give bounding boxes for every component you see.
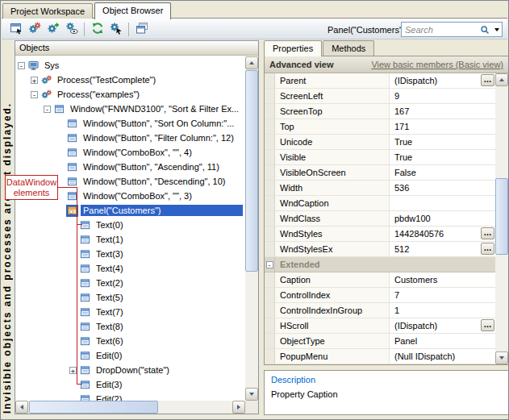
tree-horizontal-scrollbar[interactable] bbox=[15, 401, 245, 414]
tree-item[interactable]: Text(3) bbox=[15, 247, 245, 261]
properties-vertical-scrollbar[interactable] bbox=[495, 73, 508, 364]
add-object-button[interactable] bbox=[44, 21, 62, 38]
window-icon bbox=[79, 379, 91, 391]
search-box[interactable] bbox=[401, 22, 503, 37]
ellipsis-button[interactable]: … bbox=[481, 319, 494, 331]
expander-icon[interactable]: - bbox=[31, 91, 38, 98]
tree-item[interactable]: Window("Button", "Filter Column:", 12) bbox=[15, 131, 245, 145]
show-object-button[interactable] bbox=[6, 21, 25, 38]
property-row[interactable]: ControlIndex 7 bbox=[265, 288, 495, 303]
tree-item[interactable]: Text(2) bbox=[15, 276, 245, 290]
property-value[interactable]: True bbox=[390, 135, 495, 149]
property-value[interactable] bbox=[390, 196, 495, 210]
property-row[interactable]: Width 536 bbox=[265, 181, 495, 196]
props-scroll-down-button[interactable] bbox=[495, 351, 508, 364]
property-value[interactable]: Panel bbox=[390, 334, 495, 348]
tab-object-browser[interactable]: Object Browser bbox=[94, 2, 171, 19]
property-value[interactable]: (IDispatch) … bbox=[390, 73, 495, 88]
scroll-down-button[interactable] bbox=[245, 388, 258, 401]
props-scroll-up-button[interactable] bbox=[495, 73, 508, 86]
property-row[interactable]: Top 171 bbox=[265, 119, 495, 135]
tree-item[interactable]: Panel("Customers") bbox=[15, 203, 245, 218]
tree-item[interactable]: - Sys bbox=[15, 58, 245, 73]
property-value[interactable]: (IDispatch) … bbox=[390, 318, 495, 333]
property-value[interactable]: 9 bbox=[390, 89, 495, 103]
tree-item[interactable]: Text(1) bbox=[15, 232, 245, 247]
property-row[interactable]: WndStyles 1442840576 … bbox=[265, 227, 495, 242]
property-value[interactable]: 1442840576 … bbox=[390, 227, 495, 241]
expander-icon[interactable]: + bbox=[69, 367, 77, 374]
property-row-gutter bbox=[265, 211, 275, 226]
view-options-button[interactable] bbox=[62, 21, 81, 38]
expander-icon[interactable]: - bbox=[44, 106, 51, 113]
property-value[interactable]: pbdw100 bbox=[390, 211, 495, 226]
tree-item[interactable]: Edit(3) bbox=[15, 377, 245, 392]
tree-item[interactable]: Edit(2) bbox=[15, 392, 245, 401]
property-value[interactable]: (Null IDispatch) bbox=[390, 349, 495, 364]
tree-item[interactable]: - Process("examples") bbox=[15, 87, 245, 102]
tree-vertical-scrollbar[interactable] bbox=[245, 56, 258, 401]
select-object-button[interactable] bbox=[106, 21, 125, 38]
property-row[interactable]: WndClass pbdw100 bbox=[265, 211, 495, 227]
property-value[interactable]: 7 bbox=[390, 288, 495, 302]
expander-icon[interactable]: - bbox=[18, 62, 25, 69]
property-row[interactable]: WndCaption bbox=[265, 196, 495, 211]
tree-item[interactable]: Text(8) bbox=[15, 319, 245, 334]
property-row[interactable]: ScreenLeft 9 bbox=[265, 89, 495, 104]
tree-item[interactable]: Text(4) bbox=[15, 261, 245, 276]
property-value[interactable]: 171 bbox=[390, 119, 495, 134]
property-row[interactable]: PopupMenu (Null IDispatch) bbox=[265, 349, 495, 364]
process-icon bbox=[40, 74, 52, 86]
tab-methods[interactable]: Methods bbox=[323, 40, 374, 56]
scroll-up-button[interactable] bbox=[245, 56, 258, 69]
search-icon[interactable] bbox=[478, 23, 491, 36]
property-row[interactable]: ObjectType Panel bbox=[265, 334, 495, 349]
ellipsis-button[interactable]: … bbox=[481, 243, 494, 255]
tree-item[interactable]: - Window("FNWND3100", "Sort & Filter Ex.… bbox=[15, 102, 245, 116]
tree-item[interactable]: Window("Button", "Ascending", 11) bbox=[15, 160, 245, 174]
tree-hscroll-thumb[interactable] bbox=[29, 401, 158, 414]
copy-object-button[interactable] bbox=[132, 21, 151, 38]
object-settings-button[interactable] bbox=[25, 21, 44, 38]
tree-item[interactable]: + Process("TestComplete") bbox=[15, 73, 245, 87]
tree-item[interactable]: Text(0) bbox=[15, 218, 245, 232]
property-row[interactable]: VisibleOnScreen False bbox=[265, 165, 495, 181]
tree-item[interactable]: Edit(0) bbox=[15, 348, 245, 363]
tree-item[interactable]: + DropDown("state") bbox=[15, 363, 245, 377]
refresh-button[interactable] bbox=[88, 21, 106, 38]
property-row[interactable]: Parent (IDispatch) … bbox=[265, 73, 495, 89]
basic-view-link[interactable]: View basic members (Basic view) bbox=[371, 60, 503, 69]
ellipsis-button[interactable]: … bbox=[481, 74, 494, 86]
tree-item[interactable]: Window("ComboBox", "", 4) bbox=[15, 145, 245, 160]
props-scroll-thumb[interactable] bbox=[495, 178, 508, 255]
property-row[interactable]: HScroll (IDispatch) … bbox=[265, 318, 495, 334]
search-dropdown-arrow[interactable] bbox=[491, 23, 502, 36]
scroll-left-button[interactable] bbox=[15, 401, 28, 414]
ellipsis-button[interactable]: … bbox=[481, 227, 494, 239]
tab-properties[interactable]: Properties bbox=[264, 40, 322, 56]
property-value[interactable]: True bbox=[390, 150, 495, 164]
expander-icon[interactable]: + bbox=[31, 77, 38, 84]
property-value[interactable]: Customers bbox=[390, 272, 495, 287]
property-row[interactable]: WndStylesEx 512 … bbox=[265, 242, 495, 257]
tree-scroll-thumb[interactable] bbox=[245, 70, 258, 272]
tree-item[interactable]: Window("Button", "Sort On Column:"... bbox=[15, 116, 245, 131]
tree-item[interactable]: Text(6) bbox=[15, 334, 245, 348]
property-row[interactable]: Visible True bbox=[265, 150, 495, 165]
property-row[interactable]: ScreenTop 167 bbox=[265, 104, 495, 119]
tree-item[interactable]: Text(5) bbox=[15, 290, 245, 305]
property-value[interactable]: 536 bbox=[390, 181, 495, 195]
property-row[interactable]: Unicode True bbox=[265, 135, 495, 150]
property-value[interactable]: 512 … bbox=[390, 242, 495, 256]
property-value[interactable]: 1 bbox=[390, 303, 495, 318]
tree-item[interactable]: Text(7) bbox=[15, 305, 245, 319]
tab-project-workspace[interactable]: Project Workspace bbox=[2, 3, 93, 19]
property-value[interactable]: False bbox=[390, 165, 495, 180]
property-row[interactable]: ControlIndexInGroup 1 bbox=[265, 303, 495, 318]
property-row[interactable]: Caption Customers bbox=[265, 272, 495, 288]
scroll-right-button[interactable] bbox=[232, 401, 245, 414]
search-input[interactable] bbox=[402, 23, 478, 35]
collapse-icon[interactable]: - bbox=[266, 261, 273, 268]
property-value[interactable]: 167 bbox=[390, 104, 495, 119]
property-section-row[interactable]: - Extended bbox=[265, 257, 495, 272]
